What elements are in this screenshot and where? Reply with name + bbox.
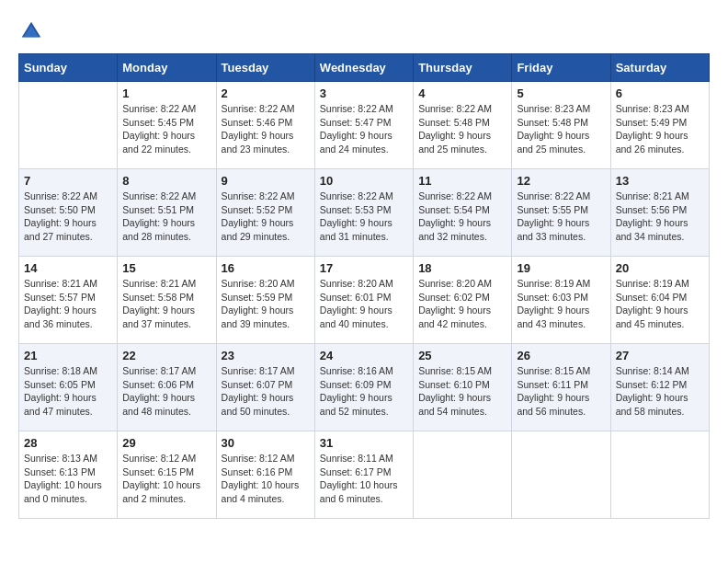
day-info: Sunrise: 8:15 AM Sunset: 6:10 PM Dayligh… <box>418 364 506 419</box>
day-number: 23 <box>222 349 310 362</box>
logo-icon <box>18 18 44 44</box>
day-info: Sunrise: 8:22 AM Sunset: 5:54 PM Dayligh… <box>418 190 506 244</box>
table-row: 30Sunrise: 8:12 AM Sunset: 6:16 PM Dayli… <box>216 431 314 519</box>
table-row: 21Sunrise: 8:18 AM Sunset: 6:05 PM Dayli… <box>19 344 118 431</box>
table-row: 14Sunrise: 8:21 AM Sunset: 5:57 PM Dayli… <box>19 257 118 344</box>
table-row <box>19 82 118 169</box>
day-info: Sunrise: 8:23 AM Sunset: 5:49 PM Dayligh… <box>616 102 704 156</box>
day-info: Sunrise: 8:12 AM Sunset: 6:15 PM Dayligh… <box>122 452 210 506</box>
table-row: 29Sunrise: 8:12 AM Sunset: 6:15 PM Dayli… <box>118 431 216 519</box>
day-info: Sunrise: 8:22 AM Sunset: 5:45 PM Dayligh… <box>122 102 210 156</box>
table-row: 9Sunrise: 8:22 AM Sunset: 5:52 PM Daylig… <box>216 169 314 257</box>
table-row: 3Sunrise: 8:22 AM Sunset: 5:47 PM Daylig… <box>314 82 413 169</box>
day-number: 3 <box>320 86 408 100</box>
table-row <box>610 431 709 519</box>
table-row: 25Sunrise: 8:15 AM Sunset: 6:10 PM Dayli… <box>414 344 512 431</box>
day-info: Sunrise: 8:22 AM Sunset: 5:51 PM Dayligh… <box>122 190 210 244</box>
table-row: 7Sunrise: 8:22 AM Sunset: 5:50 PM Daylig… <box>19 169 118 257</box>
day-info: Sunrise: 8:18 AM Sunset: 6:05 PM Dayligh… <box>24 364 112 419</box>
day-number: 26 <box>517 349 605 362</box>
day-info: Sunrise: 8:22 AM Sunset: 5:47 PM Dayligh… <box>320 102 408 156</box>
day-number: 9 <box>222 174 310 188</box>
day-number: 25 <box>418 349 506 362</box>
weekday-header-saturday: Saturday <box>610 54 709 82</box>
day-number: 15 <box>122 261 210 275</box>
day-number: 6 <box>616 86 704 100</box>
day-number: 22 <box>122 349 210 362</box>
table-row: 22Sunrise: 8:17 AM Sunset: 6:06 PM Dayli… <box>118 344 216 431</box>
table-row: 26Sunrise: 8:15 AM Sunset: 6:11 PM Dayli… <box>512 344 610 431</box>
day-info: Sunrise: 8:19 AM Sunset: 6:03 PM Dayligh… <box>517 277 605 331</box>
table-row: 20Sunrise: 8:19 AM Sunset: 6:04 PM Dayli… <box>610 257 709 344</box>
table-row: 10Sunrise: 8:22 AM Sunset: 5:53 PM Dayli… <box>314 169 413 257</box>
table-row: 27Sunrise: 8:14 AM Sunset: 6:12 PM Dayli… <box>610 344 709 431</box>
week-row-1: 1Sunrise: 8:22 AM Sunset: 5:45 PM Daylig… <box>19 82 710 169</box>
day-info: Sunrise: 8:16 AM Sunset: 6:09 PM Dayligh… <box>320 364 408 419</box>
table-row: 16Sunrise: 8:20 AM Sunset: 5:59 PM Dayli… <box>216 257 314 344</box>
table-row: 15Sunrise: 8:21 AM Sunset: 5:58 PM Dayli… <box>118 257 216 344</box>
day-number: 24 <box>320 349 408 362</box>
table-row: 1Sunrise: 8:22 AM Sunset: 5:45 PM Daylig… <box>118 82 216 169</box>
week-row-3: 14Sunrise: 8:21 AM Sunset: 5:57 PM Dayli… <box>19 257 710 344</box>
day-number: 2 <box>222 86 310 100</box>
table-row: 18Sunrise: 8:20 AM Sunset: 6:02 PM Dayli… <box>414 257 512 344</box>
table-row: 11Sunrise: 8:22 AM Sunset: 5:54 PM Dayli… <box>414 169 512 257</box>
table-row: 12Sunrise: 8:22 AM Sunset: 5:55 PM Dayli… <box>512 169 610 257</box>
day-info: Sunrise: 8:22 AM Sunset: 5:46 PM Dayligh… <box>222 102 310 156</box>
day-number: 7 <box>24 174 112 188</box>
weekday-header-wednesday: Wednesday <box>314 54 413 82</box>
table-row <box>414 431 512 519</box>
table-row: 17Sunrise: 8:20 AM Sunset: 6:01 PM Dayli… <box>314 257 413 344</box>
day-number: 17 <box>320 261 408 275</box>
table-row <box>512 431 610 519</box>
day-info: Sunrise: 8:22 AM Sunset: 5:50 PM Dayligh… <box>24 190 112 244</box>
day-number: 12 <box>517 174 605 188</box>
weekday-header-thursday: Thursday <box>414 54 512 82</box>
day-info: Sunrise: 8:19 AM Sunset: 6:04 PM Dayligh… <box>616 277 704 331</box>
day-info: Sunrise: 8:21 AM Sunset: 5:58 PM Dayligh… <box>122 277 210 331</box>
day-number: 28 <box>24 436 112 450</box>
day-info: Sunrise: 8:20 AM Sunset: 5:59 PM Dayligh… <box>222 277 310 331</box>
table-row: 13Sunrise: 8:21 AM Sunset: 5:56 PM Dayli… <box>610 169 709 257</box>
day-info: Sunrise: 8:13 AM Sunset: 6:13 PM Dayligh… <box>24 452 112 506</box>
day-info: Sunrise: 8:21 AM Sunset: 5:57 PM Dayligh… <box>24 277 112 331</box>
logo <box>18 18 48 44</box>
day-number: 30 <box>222 436 310 450</box>
page-header <box>18 18 710 44</box>
weekday-header-monday: Monday <box>118 54 216 82</box>
table-row: 4Sunrise: 8:22 AM Sunset: 5:48 PM Daylig… <box>414 82 512 169</box>
weekday-header-sunday: Sunday <box>19 54 118 82</box>
day-info: Sunrise: 8:20 AM Sunset: 6:01 PM Dayligh… <box>320 277 408 331</box>
day-number: 10 <box>320 174 408 188</box>
day-number: 4 <box>418 86 506 100</box>
day-number: 18 <box>418 261 506 275</box>
week-row-4: 21Sunrise: 8:18 AM Sunset: 6:05 PM Dayli… <box>19 344 710 431</box>
day-number: 31 <box>320 436 408 450</box>
table-row: 28Sunrise: 8:13 AM Sunset: 6:13 PM Dayli… <box>19 431 118 519</box>
day-info: Sunrise: 8:14 AM Sunset: 6:12 PM Dayligh… <box>616 364 704 419</box>
day-info: Sunrise: 8:15 AM Sunset: 6:11 PM Dayligh… <box>517 364 605 419</box>
day-info: Sunrise: 8:22 AM Sunset: 5:55 PM Dayligh… <box>517 190 605 244</box>
table-row: 6Sunrise: 8:23 AM Sunset: 5:49 PM Daylig… <box>610 82 709 169</box>
day-number: 5 <box>517 86 605 100</box>
day-number: 21 <box>24 349 112 362</box>
day-info: Sunrise: 8:21 AM Sunset: 5:56 PM Dayligh… <box>616 190 704 244</box>
table-row: 23Sunrise: 8:17 AM Sunset: 6:07 PM Dayli… <box>216 344 314 431</box>
table-row: 31Sunrise: 8:11 AM Sunset: 6:17 PM Dayli… <box>314 431 413 519</box>
day-number: 29 <box>122 436 210 450</box>
day-number: 8 <box>122 174 210 188</box>
day-info: Sunrise: 8:23 AM Sunset: 5:48 PM Dayligh… <box>517 102 605 156</box>
day-info: Sunrise: 8:22 AM Sunset: 5:48 PM Dayligh… <box>418 102 506 156</box>
table-row: 2Sunrise: 8:22 AM Sunset: 5:46 PM Daylig… <box>216 82 314 169</box>
day-number: 14 <box>24 261 112 275</box>
weekday-header-row: SundayMondayTuesdayWednesdayThursdayFrid… <box>19 54 710 82</box>
day-number: 20 <box>616 261 704 275</box>
day-number: 16 <box>222 261 310 275</box>
day-info: Sunrise: 8:12 AM Sunset: 6:16 PM Dayligh… <box>222 452 310 506</box>
day-info: Sunrise: 8:17 AM Sunset: 6:07 PM Dayligh… <box>222 364 310 419</box>
day-info: Sunrise: 8:20 AM Sunset: 6:02 PM Dayligh… <box>418 277 506 331</box>
weekday-header-friday: Friday <box>512 54 610 82</box>
week-row-5: 28Sunrise: 8:13 AM Sunset: 6:13 PM Dayli… <box>19 431 710 519</box>
day-number: 19 <box>517 261 605 275</box>
table-row: 24Sunrise: 8:16 AM Sunset: 6:09 PM Dayli… <box>314 344 413 431</box>
